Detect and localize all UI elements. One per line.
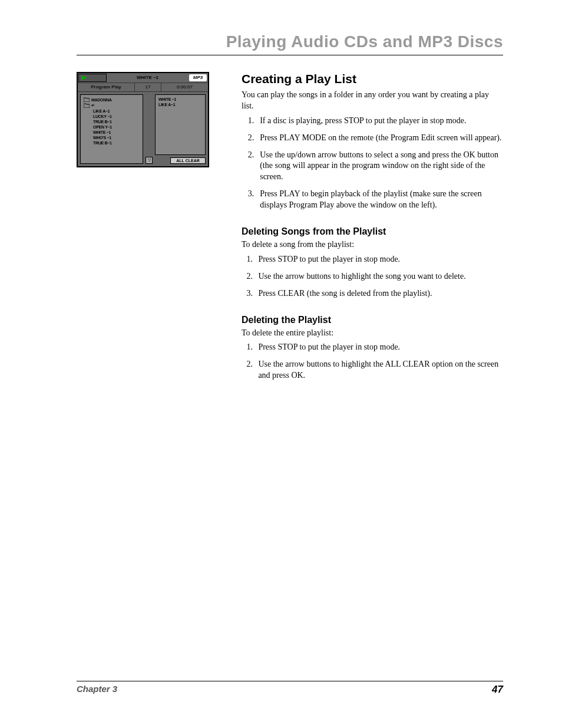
list-item: OPEN Y~1 [93, 125, 112, 129]
subsection-heading: Deleting the Playlist [242, 315, 503, 325]
list-item: MADONNA [91, 98, 111, 102]
time-display: 0:00:07 [161, 83, 208, 91]
page-title: Playing Audio CDs and MP3 Discs [77, 32, 503, 55]
step-item: 3.Press PLAY to begin playback of the pl… [242, 189, 503, 211]
step-item: Use the arrow buttons to highlight the s… [254, 271, 503, 282]
list-item: ↵ [91, 103, 95, 108]
chapter-label: Chapter 3 [77, 684, 117, 696]
track-number: 17 [134, 83, 161, 91]
mode-label: Program Play [78, 83, 134, 91]
paragraph: To delete the entire playlist: [242, 328, 503, 339]
play-icon [78, 74, 107, 82]
folder-icon [84, 97, 90, 102]
list-item: WHITE ~1 [93, 130, 111, 134]
page-number: 47 [492, 684, 503, 696]
list-item: TRUE B~1 [93, 141, 112, 145]
player-screenshot: WHITE ~1 MP3 Program Play 17 0:00:07 MAD… [77, 72, 209, 167]
source-list: MADONNA ↵ LIKE A~1 LUCKY ~1 TRUE B~1 OPE… [80, 94, 143, 164]
player-top-label: WHITE ~1 [107, 73, 188, 83]
section-heading: Creating a Play List [242, 72, 503, 86]
list-item: LIKE A~1 [158, 103, 175, 107]
subsection-heading: Deleting Songs from the Playlist [242, 226, 503, 237]
step-item: 1.If a disc is playing, press STOP to pu… [242, 116, 503, 127]
list-item: WHO'S ~1 [93, 136, 111, 140]
step-list: Press STOP to put the player in stop mod… [242, 342, 503, 381]
paragraph: To delete a song from the playlist: [242, 239, 503, 251]
list-item: TRUE B~1 [93, 120, 112, 124]
folder-icon [84, 103, 90, 108]
list-item: WHITE ~1 [158, 97, 176, 101]
program-list: WHITE ~1 LIKE A~1 [155, 94, 206, 155]
step-item: 2.Use the up/down arrow buttons to selec… [242, 150, 503, 183]
step-item: Press STOP to put the player in stop mod… [254, 254, 503, 265]
step-item: Press CLEAR (the song is deleted from th… [254, 288, 503, 299]
mp3-badge: MP3 [189, 74, 207, 81]
paragraph: You can play the songs in a folder in an… [242, 90, 503, 112]
list-item: LIKE A~1 [93, 109, 110, 113]
step-list: Press STOP to put the player in stop mod… [242, 254, 503, 299]
step-item: Press STOP to put the player in stop mod… [254, 342, 503, 353]
body-text: Creating a Play List You can play the so… [236, 72, 503, 387]
step-item: 2.Press PLAY MODE on the remote (the Pro… [242, 133, 503, 144]
all-clear-button: ALL CLEAR [170, 157, 206, 164]
svg-marker-0 [81, 75, 87, 80]
step-list: 1.If a disc is playing, press STOP to pu… [242, 116, 503, 211]
step-item: Use the arrow buttons to highlight the A… [254, 359, 503, 381]
scroll-down-icon: ▽ [146, 157, 153, 164]
list-item: LUCKY ~1 [93, 114, 112, 118]
